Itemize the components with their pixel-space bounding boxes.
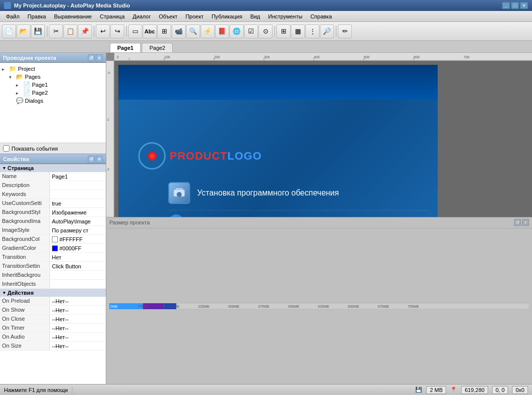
- new-button[interactable]: 📄: [2, 24, 16, 38]
- menu-align[interactable]: Выравнивание: [50, 12, 96, 20]
- copy-button[interactable]: 📋: [63, 24, 77, 38]
- properties-scroll: ▾ Страница Name Page1 Description Keywor…: [0, 164, 106, 384]
- radio-button[interactable]: ⊙: [259, 24, 272, 38]
- section-actions-expand: ▾: [3, 290, 5, 295]
- prop-value-imagestyle[interactable]: По размеру ст: [50, 226, 106, 234]
- expander-page2: ▸: [16, 90, 23, 96]
- menu-view[interactable]: Вид: [246, 12, 264, 20]
- menu-page[interactable]: Страница: [96, 12, 129, 20]
- minimize-button[interactable]: _: [502, 2, 510, 9]
- menu-help[interactable]: Справка: [306, 12, 336, 20]
- explorer-close-button[interactable]: ×: [96, 54, 103, 61]
- prop-row-description: Description: [0, 181, 106, 190]
- prop-value-bgstyle[interactable]: Изображение: [50, 208, 106, 216]
- video-button[interactable]: 📹: [172, 24, 186, 38]
- menu-publish[interactable]: Публикация: [208, 12, 246, 20]
- status-right: 💾 2 MB 📍 619,280 0, 0 0x0: [415, 386, 528, 394]
- prop-value-gradient[interactable]: #0000FF: [50, 244, 106, 252]
- prop-value-onpreload[interactable]: --Нет--: [50, 297, 106, 305]
- undo-button[interactable]: ↩: [96, 24, 110, 38]
- show-events-checkbox[interactable]: [3, 145, 9, 152]
- svg-text:400: 400: [314, 55, 320, 59]
- snap-button[interactable]: ⋮: [305, 24, 319, 38]
- prop-value-transition[interactable]: Нет: [50, 253, 106, 261]
- prop-value-onshow[interactable]: --Нет--: [50, 306, 106, 314]
- search-button[interactable]: 🔍: [186, 24, 200, 38]
- page1-label: Page1: [32, 82, 48, 88]
- prop-value-usecustom[interactable]: true: [50, 199, 106, 207]
- maximize-button[interactable]: □: [511, 2, 519, 9]
- paste-button[interactable]: 📌: [78, 24, 92, 38]
- explorer-refresh-button[interactable]: ↺: [88, 54, 95, 61]
- close-button[interactable]: ×: [520, 2, 528, 9]
- menu-dialog[interactable]: Диалог: [129, 12, 155, 20]
- props-close-button[interactable]: ×: [96, 156, 103, 163]
- prop-value-bgimage[interactable]: AutoPlay\Image: [50, 217, 106, 225]
- tab-page1[interactable]: Page1: [110, 43, 141, 52]
- section-actions-header: ▾ Действия: [0, 289, 106, 297]
- prop-value-bgcolor[interactable]: #FFFFFF: [50, 235, 106, 243]
- prop-row-onaudio: On Audio --Нет--: [0, 333, 106, 342]
- prop-value-onsize[interactable]: --Нет--: [50, 342, 106, 350]
- prop-value-onclose[interactable]: --Нет--: [50, 315, 106, 323]
- pages-icon: 📂: [16, 73, 23, 80]
- open-button[interactable]: 📂: [16, 24, 30, 38]
- redo-button[interactable]: ↪: [110, 24, 124, 38]
- text-button[interactable]: Abc: [143, 24, 157, 38]
- prop-name-description: Description: [0, 181, 50, 190]
- tree-item-page2[interactable]: ▸ 📄 Page2: [2, 89, 104, 97]
- menu-edit[interactable]: Правка: [23, 12, 50, 20]
- menu-tools[interactable]: Инструменты: [264, 12, 306, 20]
- menu-object[interactable]: Объект: [155, 12, 181, 20]
- web-button[interactable]: 🌐: [230, 24, 244, 38]
- prop-value-inheritbg[interactable]: [50, 271, 106, 279]
- tree-item-project[interactable]: ▸ 📁 Project: [2, 65, 104, 73]
- prop-name-onpreload: On Preload: [0, 297, 50, 305]
- logo-text: PRODUCTLOGO: [170, 150, 262, 163]
- toolbar-separator-5: [334, 24, 337, 38]
- size-panel-refresh[interactable]: ↺: [514, 219, 521, 226]
- prop-value-name[interactable]: Page1: [50, 172, 106, 181]
- grid2-button[interactable]: ▦: [291, 24, 305, 38]
- page-canvas: ✕ Выход PR: [118, 65, 438, 217]
- svg-text:500: 500: [364, 55, 370, 59]
- prop-value-transitionsetting[interactable]: Click Button: [50, 262, 106, 270]
- grid-button[interactable]: ⊞: [276, 24, 290, 38]
- window-title: My Project.autoplay - AutoPlay Media Stu…: [14, 2, 130, 8]
- menu-item-docs[interactable]: ➜ Прочитать документацию: [168, 210, 428, 217]
- menu-file[interactable]: Файл: [2, 12, 23, 20]
- cut-button[interactable]: ✂: [49, 24, 63, 38]
- tree-item-dialogs[interactable]: 💬 Dialogs: [2, 97, 104, 105]
- pdf-button[interactable]: 📕: [215, 24, 229, 38]
- rect-button[interactable]: ▭: [128, 24, 142, 38]
- prop-value-onaudio[interactable]: --Нет--: [50, 333, 106, 341]
- docs-icon: ➜: [168, 214, 184, 217]
- tree-item-pages[interactable]: ▾ 📂 Pages: [2, 73, 104, 81]
- prop-value-ontimer[interactable]: --Нет--: [50, 324, 106, 332]
- pencil-button[interactable]: ✏: [338, 24, 352, 38]
- menu-item-install[interactable]: Установка программного обеспечения: [168, 177, 428, 210]
- canvas-scroll[interactable]: ✕ Выход PR: [114, 61, 532, 217]
- prop-value-inheritobj[interactable]: [50, 280, 106, 288]
- checkbox-button[interactable]: ☑: [244, 24, 258, 38]
- prop-name-onaudio: On Audio: [0, 333, 50, 341]
- svg-text:100: 100: [164, 55, 170, 59]
- zoom-button[interactable]: 🔎: [320, 24, 334, 38]
- props-refresh-button[interactable]: ↺: [88, 156, 95, 163]
- prop-value-description[interactable]: [50, 181, 106, 190]
- status-bar: Нажмите F1 для помощи 💾 2 MB 📍 619,280 0…: [0, 384, 532, 395]
- svg-text:0MB: 0MB: [110, 305, 118, 308]
- logo-area: PRODUCTLOGO: [138, 142, 262, 170]
- save-button[interactable]: 💾: [31, 24, 45, 38]
- prop-row-onshow: On Show --Нет--: [0, 306, 106, 315]
- tab-page2[interactable]: Page2: [142, 43, 173, 52]
- flash-button[interactable]: ⚡: [201, 24, 215, 38]
- size-panel-close[interactable]: ×: [522, 219, 529, 226]
- table-button[interactable]: ⊞: [157, 24, 171, 38]
- tree-item-page1[interactable]: ▸ 📄 Page1: [2, 81, 104, 89]
- prop-value-keywords[interactable]: [50, 190, 106, 198]
- page2-icon: 📄: [23, 89, 30, 96]
- menu-project[interactable]: Проект: [182, 12, 208, 20]
- svg-text:700: 700: [464, 55, 470, 59]
- svg-text:0: 0: [117, 55, 119, 59]
